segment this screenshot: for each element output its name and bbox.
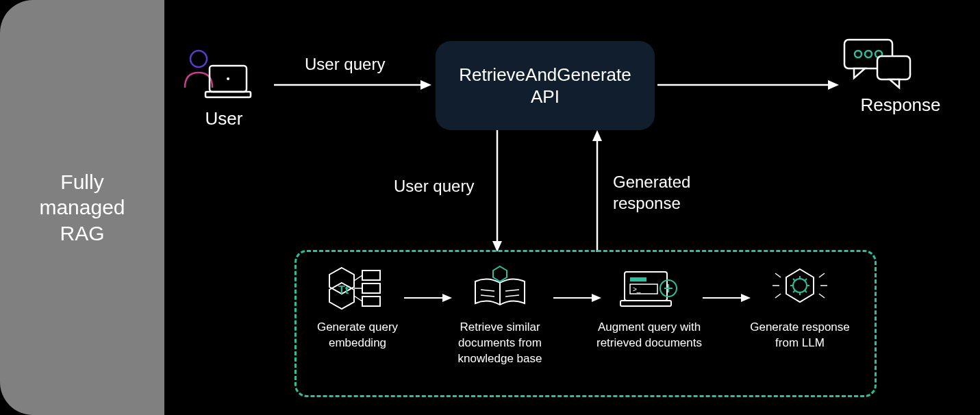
- user-laptop-icon: [179, 48, 268, 103]
- arrow-api-down: [489, 130, 505, 252]
- pipeline-step-label: Retrieve similar documents from knowledg…: [438, 320, 562, 367]
- svg-line-48: [793, 279, 795, 281]
- svg-rect-22: [362, 271, 380, 280]
- book-retrieve-icon: [438, 264, 562, 313]
- svg-rect-36: [630, 277, 646, 281]
- user-label: User: [179, 108, 268, 129]
- api-box-line1: RetrieveAndGenerate: [459, 64, 631, 86]
- pipeline-step-embedding: Tt Generate query embedding: [296, 264, 419, 351]
- pipeline-step-label: Augment query with retrieved documents: [588, 320, 711, 351]
- pipeline-step-retrieve: Retrieve similar documents from knowledg…: [438, 264, 562, 367]
- svg-line-54: [775, 294, 781, 298]
- svg-line-29: [481, 290, 494, 291]
- svg-line-50: [805, 279, 807, 281]
- svg-rect-23: [362, 284, 380, 293]
- svg-point-3: [227, 77, 229, 80]
- svg-line-52: [775, 273, 781, 277]
- svg-point-10: [855, 51, 862, 58]
- svg-line-51: [793, 290, 795, 292]
- arrow-user-to-api: [274, 77, 431, 93]
- svg-line-25: [354, 275, 362, 281]
- svg-marker-59: [442, 294, 452, 302]
- arrow-step-1-2: [404, 291, 452, 305]
- svg-marker-18: [592, 130, 602, 141]
- node-response: Response: [839, 36, 962, 116]
- arrow-api-to-response: [657, 77, 839, 93]
- pipeline-step-label: Generate query embedding: [296, 320, 419, 351]
- llm-gear-icon: [738, 264, 862, 313]
- arrow-pipeline-up: [589, 130, 605, 252]
- pipeline-step-augment: >_ Augment query with retrieved document…: [588, 264, 711, 351]
- svg-rect-13: [877, 56, 910, 79]
- arrow-api-down-label: User query: [394, 177, 474, 196]
- svg-rect-24: [362, 297, 380, 306]
- arrow-step-2-3: [553, 291, 601, 305]
- svg-rect-35: [620, 301, 671, 306]
- augment-icon: >_: [588, 264, 711, 313]
- svg-point-0: [190, 51, 207, 67]
- svg-marker-7: [828, 80, 839, 90]
- pipeline-step-label: Generate response from LLM: [738, 320, 862, 351]
- svg-marker-5: [420, 80, 431, 90]
- svg-line-30: [481, 295, 494, 297]
- svg-line-53: [819, 273, 825, 277]
- response-label: Response: [839, 95, 962, 116]
- svg-marker-63: [741, 294, 751, 302]
- arrow-pipeline-up-label: Generated response: [613, 171, 690, 214]
- svg-point-11: [865, 51, 872, 58]
- pipeline-step-generate: Generate response from LLM: [738, 264, 862, 351]
- embedding-icon: Tt: [296, 264, 419, 313]
- arrow-step-3-4: [703, 291, 751, 305]
- node-user: User: [179, 48, 268, 129]
- svg-rect-2: [205, 92, 251, 97]
- svg-marker-14: [890, 79, 899, 88]
- arrow-user-to-api-label: User query: [305, 55, 385, 74]
- chat-response-icon: [839, 36, 962, 90]
- svg-line-27: [354, 296, 362, 301]
- sidebar-title: Fully managed RAG: [39, 169, 125, 247]
- svg-line-32: [505, 295, 519, 297]
- api-box-line2: API: [531, 86, 560, 108]
- svg-marker-61: [592, 294, 601, 302]
- svg-marker-9: [854, 68, 865, 78]
- svg-line-31: [505, 290, 519, 291]
- svg-line-49: [805, 290, 807, 292]
- svg-text:Tt: Tt: [338, 284, 349, 296]
- svg-text:>_: >_: [633, 286, 641, 293]
- sidebar-fully-managed-rag: Fully managed RAG: [0, 0, 164, 415]
- svg-marker-33: [493, 266, 507, 281]
- svg-line-55: [819, 294, 825, 298]
- api-box: RetrieveAndGenerate API: [436, 41, 655, 130]
